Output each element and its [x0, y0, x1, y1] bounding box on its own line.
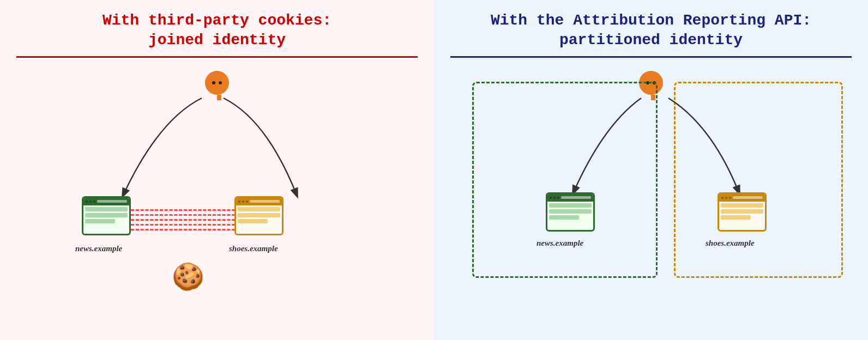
shoes-browser-left: [234, 196, 284, 235]
left-panel: With third-party cookies: joined identit…: [0, 0, 434, 340]
person-neck-left: [217, 95, 221, 100]
news-label-right: news.example: [537, 239, 583, 248]
left-divider: [16, 56, 418, 58]
orange-partition-box: [674, 82, 843, 278]
right-divider: [450, 56, 852, 58]
shoes-browser-right: [718, 192, 767, 232]
shoes-label-right: shoes.example: [706, 239, 755, 248]
news-browser-right: [546, 192, 595, 232]
news-browser-left: [82, 196, 131, 235]
person-left: [205, 71, 233, 99]
right-diagram: news.example shoes.example: [450, 65, 852, 329]
left-panel-title: With third-party cookies: joined identit…: [16, 11, 418, 51]
cookie-icon: 🍪: [172, 262, 204, 292]
shoes-label-left: shoes.example: [229, 244, 278, 253]
cookie-connection: [131, 209, 240, 230]
right-panel-title: With the Attribution Reporting API: part…: [450, 11, 852, 51]
news-label-left: news.example: [75, 244, 122, 253]
right-panel: With the Attribution Reporting API: part…: [434, 0, 868, 340]
left-arrows: [16, 65, 418, 329]
browser-bar: [83, 198, 129, 205]
person-head-left: [205, 71, 229, 95]
left-diagram: 🍪 news.example shoes.example: [16, 65, 418, 329]
browser-bar-shoes: [236, 198, 282, 205]
green-partition-box: [472, 82, 658, 278]
